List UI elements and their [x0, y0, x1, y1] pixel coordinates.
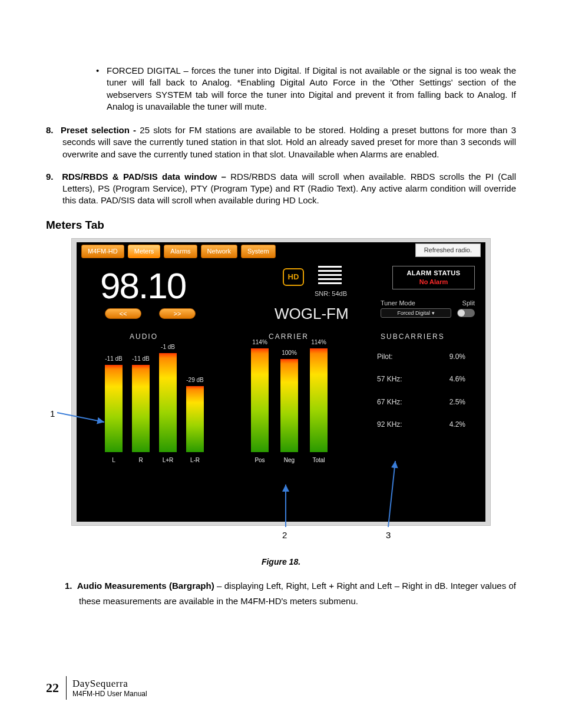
- subcarrier-value: 4.6%: [449, 374, 465, 384]
- subcarrier-key: 67 KHz:: [377, 397, 402, 407]
- bullet-dot-icon: •: [96, 65, 107, 113]
- header-subcarriers: SUBCARRIERS: [381, 332, 445, 341]
- audio-bar-label-R: R: [129, 456, 153, 465]
- bullet-forced-digital: • FORCED DIGITAL – forces the tuner into…: [96, 65, 516, 113]
- tab-meters[interactable]: Meters: [128, 245, 161, 258]
- subcarrier-value: 9.0%: [449, 352, 465, 361]
- carrier-bar-label-Pos: Pos: [248, 456, 272, 465]
- audio-bar-R: [132, 365, 150, 452]
- hd-logo-icon: HD: [283, 268, 304, 286]
- carrier-bar-top-Pos: 114%: [243, 338, 276, 347]
- tab-alarms[interactable]: Alarms: [164, 245, 197, 258]
- figure-caption: Figure 18.: [71, 556, 491, 568]
- section-heading-meters-tab: Meters Tab: [46, 218, 516, 233]
- audio-bar-top-L+R: -1 dB: [151, 343, 184, 351]
- split-label: Split: [462, 299, 475, 308]
- subcarrier-row: 92 KHz:4.2%: [377, 420, 465, 429]
- audio-bars: -11 dBL-11 dBR-1 dBL+R-29 dBL-R: [105, 346, 223, 464]
- audio-bar-L: [105, 365, 123, 452]
- audio-bar-label-L: L: [102, 456, 125, 465]
- carrier-bar-Total: [310, 348, 328, 452]
- callout-1: 1: [50, 408, 55, 420]
- figure-screenshot: M4FM-HD Meters Alarms Network System Ref…: [71, 238, 491, 526]
- bullet-lead: FORCED DIGITAL: [107, 65, 180, 75]
- alarm-status-box: ALARM STATUS No Alarm: [392, 266, 475, 289]
- subcarrier-key: 92 KHz:: [377, 420, 402, 429]
- item9-lead: RDS/RBDS & PAD/SIS data window –: [62, 172, 230, 182]
- list-item-9: 9. RDS/RBDS & PAD/SIS data window – RDS/…: [46, 171, 516, 207]
- frequency-display: 98.10: [100, 261, 186, 311]
- snr-bars-icon: [318, 266, 342, 286]
- tab-network[interactable]: Network: [201, 245, 237, 258]
- post-num: 1.: [65, 581, 72, 591]
- tuner-mode-label: Tuner Mode: [381, 299, 415, 308]
- carrier-bars: 114%Pos100%Neg114%Total: [251, 346, 351, 464]
- carrier-bar-top-Neg: 100%: [273, 349, 306, 357]
- carrier-bar-label-Total: Total: [307, 456, 330, 465]
- item8-lead: Preset selection -: [61, 125, 140, 135]
- audio-bar-label-L-R: L-R: [183, 456, 207, 465]
- subcarrier-value: 4.2%: [449, 420, 465, 429]
- audio-bar-L-R: [186, 386, 204, 452]
- audio-bar-L+R: [159, 353, 177, 452]
- item8-num: 8.: [46, 125, 54, 135]
- alarm-value: No Alarm: [393, 278, 474, 286]
- split-toggle[interactable]: [457, 309, 475, 317]
- subcarrier-key: Pilot:: [377, 352, 393, 361]
- list-item-8: 8. Preset selection - 25 slots for FM st…: [46, 124, 516, 160]
- tab-system[interactable]: System: [241, 245, 276, 258]
- subcarrier-row: Pilot:9.0%: [377, 352, 465, 361]
- carrier-bar-label-Neg: Neg: [277, 456, 301, 465]
- alarm-title: ALARM STATUS: [393, 269, 474, 278]
- callout-2: 2: [282, 529, 287, 541]
- subcarrier-row: 67 KHz:2.5%: [377, 397, 465, 407]
- list-item-audio-measurements: 1. Audio Measurements (Bargraph) – displ…: [46, 578, 516, 608]
- tab-m4fm-hd[interactable]: M4FM-HD: [81, 245, 124, 258]
- callout-3: 3: [386, 529, 391, 541]
- footer-manual: M4FM-HD User Manual: [72, 690, 147, 698]
- status-refreshed: Refreshed radio.: [415, 243, 481, 257]
- page-footer: 22 DaySequerra M4FM-HD User Manual: [46, 676, 147, 700]
- freq-next-button[interactable]: >>: [159, 308, 196, 319]
- subcarrier-key: 57 KHz:: [377, 374, 402, 384]
- post-lead: Audio Measurements (Bargraph): [77, 581, 214, 591]
- station-name: WOGL-FM: [275, 304, 349, 324]
- carrier-bar-top-Total: 114%: [302, 338, 335, 347]
- carrier-bar-Neg: [280, 359, 298, 452]
- freq-prev-button[interactable]: <<: [105, 308, 141, 319]
- header-audio: AUDIO: [130, 332, 158, 341]
- snr-label: SNR: 54dB: [315, 289, 347, 298]
- subcarriers-list: Pilot:9.0%57 KHz:4.6%67 KHz:2.5%92 KHz:4…: [377, 352, 465, 442]
- audio-bar-top-R: -11 dB: [124, 355, 157, 363]
- subcarrier-row: 57 KHz:4.6%: [377, 374, 465, 384]
- carrier-bar-Pos: [251, 348, 269, 452]
- item9-num: 9.: [46, 172, 54, 182]
- footer-brand: DaySequerra: [72, 678, 147, 690]
- subcarrier-value: 2.5%: [449, 397, 465, 407]
- tuner-mode-dropdown[interactable]: Forced Digital ▾: [381, 308, 451, 318]
- page-number: 22: [46, 680, 66, 696]
- audio-bar-top-L-R: -29 dB: [178, 376, 211, 384]
- audio-bar-label-L+R: L+R: [156, 456, 180, 465]
